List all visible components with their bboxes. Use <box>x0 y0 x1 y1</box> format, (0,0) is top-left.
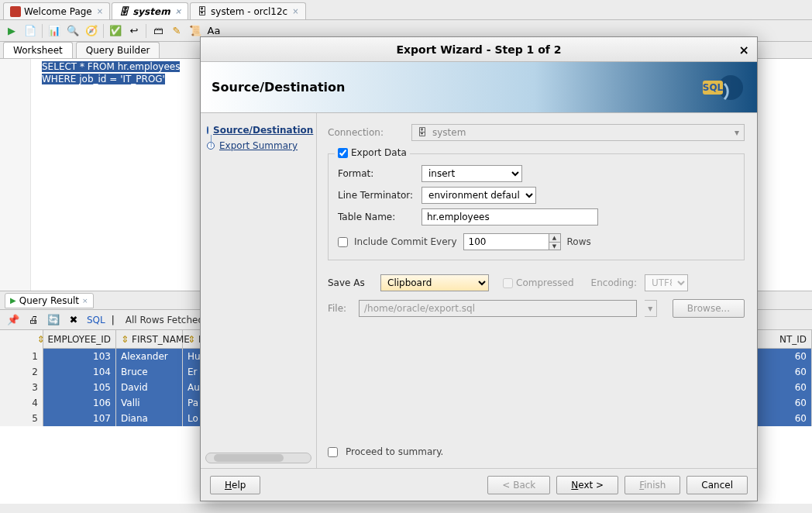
finish-button: Finish <box>624 476 680 494</box>
editor-tabs: Welcome Page × system × system - orcl12c… <box>0 0 812 20</box>
oracle-icon <box>10 6 21 17</box>
cell-first-name: Valli <box>116 395 183 411</box>
wizard-step-export-summary[interactable]: Export Summary <box>205 138 311 153</box>
wizard-steps: Source/Destination Export Summary <box>201 113 317 468</box>
wizard-step-source-destination[interactable]: Source/Destination <box>205 122 311 138</box>
close-icon[interactable]: × <box>175 7 181 15</box>
sql-export-icon: SQL <box>698 68 745 107</box>
separator <box>42 24 43 38</box>
print-icon[interactable]: 🖨 <box>26 313 40 327</box>
table-name-label: Table Name: <box>338 212 414 222</box>
sql-line: SELECT * FROM hr.employees <box>42 61 180 72</box>
connection-row: Connection: system ▾ <box>328 124 745 141</box>
pin-icon[interactable]: 📌 <box>6 313 20 327</box>
step-dot-current-icon <box>207 126 208 134</box>
query-builder-tab[interactable]: Query Builder <box>76 42 160 58</box>
separator <box>103 24 104 38</box>
connection-label: Connection: <box>328 127 404 138</box>
close-icon[interactable]: × <box>292 7 298 15</box>
cell-employee-id: 106 <box>43 395 116 411</box>
connection-value: system <box>432 127 466 138</box>
cell-employee-id: 107 <box>43 411 116 426</box>
dialog-titlebar: Export Wizard - Step 1 of 2 × <box>201 37 757 62</box>
format-select[interactable]: insert <box>421 165 522 182</box>
line-terminator-select[interactable]: environment default <box>421 187 536 204</box>
browse-button: Browse... <box>673 299 745 318</box>
cell-employee-id: 104 <box>43 364 116 380</box>
clear-icon[interactable]: ✎ <box>170 24 184 38</box>
include-commit-label: Include Commit Every <box>354 236 457 247</box>
separator: | <box>112 315 115 325</box>
history-icon[interactable]: 📜 <box>188 24 202 38</box>
export-data-group: Export Data Format: insert Line Terminat… <box>328 153 745 260</box>
proceed-summary-checkbox[interactable] <box>328 447 338 457</box>
close-icon[interactable]: × <box>82 297 88 305</box>
export-data-label: Export Data <box>351 147 407 158</box>
explain-plan-icon[interactable]: 📊 <box>47 24 61 38</box>
dialog-title: Export Wizard - Step 1 of 2 <box>396 43 561 56</box>
dialog-body: Source/Destination Export Summary Connec… <box>201 113 757 468</box>
help-button[interactable]: Help <box>210 476 260 494</box>
db-icon <box>197 6 208 17</box>
format-label: Format: <box>338 168 414 179</box>
compressed-label: Compressed <box>516 277 574 288</box>
close-icon[interactable]: × <box>97 7 103 15</box>
file-path-input <box>359 300 637 317</box>
svg-text:SQL: SQL <box>703 82 724 93</box>
row-index: 1 <box>0 349 43 364</box>
line-terminator-label: Line Terminator: <box>338 190 414 201</box>
save-as-select[interactable]: Clipboard <box>380 274 489 291</box>
proceed-summary-label: Proceed to summary. <box>346 446 443 457</box>
tab-system-orcl[interactable]: system - orcl12c × <box>190 2 306 19</box>
sql-tuning-icon[interactable]: 🧭 <box>84 24 98 38</box>
query-result-tab[interactable]: ▶ Query Result × <box>5 293 94 308</box>
sql-line: WHERE job_id = 'IT_PROG' <box>42 74 165 84</box>
autotrace-icon[interactable]: 🔍 <box>66 24 80 38</box>
save-as-label: Save As <box>328 277 373 288</box>
chevron-down-icon: ▾ <box>735 127 739 138</box>
worksheet-tab[interactable]: Worksheet <box>3 42 73 58</box>
sql-link[interactable]: SQL <box>87 315 105 325</box>
spinner-up-icon[interactable]: ▲ <box>549 234 560 243</box>
tab-welcome[interactable]: Welcome Page × <box>3 2 110 19</box>
unshared-sql-icon[interactable]: 🗃 <box>151 24 165 38</box>
cell-first-name: David <box>116 380 183 395</box>
tab-label: system - orcl12c <box>211 6 287 17</box>
cell-first-name: Bruce <box>116 364 183 380</box>
table-name-input[interactable] <box>421 208 598 226</box>
row-index: 3 <box>0 380 43 395</box>
header-employee-id[interactable]: ⇕EMPLOYEE_ID <box>43 330 116 349</box>
cell-employee-id: 105 <box>43 380 116 395</box>
export-data-checkbox[interactable] <box>338 148 348 158</box>
back-button: < Back <box>487 476 550 494</box>
step-label: Export Summary <box>219 140 298 151</box>
next-button[interactable]: Next > <box>556 476 618 494</box>
db-icon <box>119 6 129 17</box>
commit-icon[interactable]: ✅ <box>108 24 122 38</box>
connection-select[interactable]: system ▾ <box>411 124 745 141</box>
refresh-icon[interactable]: 🔄 <box>46 313 60 327</box>
close-icon[interactable]: × <box>739 43 749 57</box>
db-icon <box>417 127 428 138</box>
run-script-icon[interactable]: 📄 <box>23 24 37 38</box>
commit-rows-input[interactable] <box>463 233 549 250</box>
encoding-label: Encoding: <box>591 277 637 288</box>
include-commit-checkbox[interactable] <box>338 237 348 247</box>
case-icon[interactable]: Aa <box>207 24 221 38</box>
editor-gutter <box>0 59 31 291</box>
tab-label: system <box>132 6 170 17</box>
spinner-down-icon[interactable]: ▼ <box>549 243 560 250</box>
cancel-icon[interactable]: ✖ <box>67 313 81 327</box>
run-icon[interactable]: ▶ <box>5 24 19 38</box>
nav-scrollbar[interactable] <box>205 453 311 463</box>
run-icon: ▶ <box>10 296 16 305</box>
cancel-button[interactable]: Cancel <box>686 476 748 494</box>
commit-rows-spinner[interactable]: ▲▼ <box>463 233 561 250</box>
header-first-name[interactable]: ⇕FIRST_NAME <box>116 330 183 349</box>
rollback-icon[interactable]: ↩ <box>127 24 141 38</box>
tab-system[interactable]: system × <box>112 2 188 19</box>
cell-first-name: Diana <box>116 411 183 426</box>
compressed-checkbox <box>503 278 513 288</box>
file-label: File: <box>328 303 351 314</box>
wizard-form: Connection: system ▾ Export Data Format:… <box>317 113 757 468</box>
